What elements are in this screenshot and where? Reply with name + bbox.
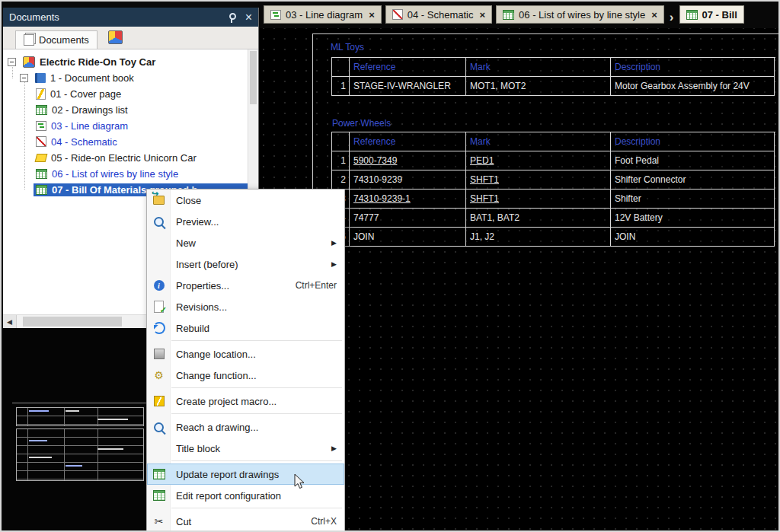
mark-link[interactable]: SHFT1 [466,170,611,190]
row-number: 1 [332,151,350,170]
book-icon [35,73,46,83]
documents-panel-tab[interactable]: Documents [15,30,98,49]
preview-text-bar [29,440,47,441]
tab-overflow-chevron-icon[interactable]: › [670,11,674,24]
reference-cell: 74777 [350,209,466,228]
tab-close-icon[interactable]: × [479,10,485,20]
report-table-icon [153,469,165,479]
collapse-icon[interactable] [8,58,16,66]
scrollbar-thumb[interactable] [23,317,122,327]
cover-page-icon [36,88,46,100]
menu-shortcut: Ctrl+Enter [296,280,337,291]
color-cube-icon[interactable] [108,30,123,44]
report-table-icon [36,169,47,179]
panel-close-icon[interactable]: × [245,11,252,24]
description-cell: Shifter [611,190,775,209]
menu-item-label: Rebuild [176,323,337,334]
preview-text-bar [98,448,123,450]
tree-item-line-diagram[interactable]: 03 - Line diagram [34,118,130,133]
description-cell: Foot Pedal [611,151,775,170]
macro-icon [154,396,165,406]
project-icon [23,56,35,68]
menu-item-edit-report-configuration[interactable]: Edit report configuration [147,485,344,506]
menu-item-label: Preview... [176,216,337,228]
menu-item-label: Insert (before) [176,259,331,270]
tab-line-diagram[interactable]: 03 - Line diagram × [264,5,382,24]
tree-label: Electric Ride-On Toy Car [40,56,155,68]
tab-list-of-wires[interactable]: 06 - List of wires by line style × [496,5,664,24]
panel-titlebar[interactable]: Documents × [3,8,258,27]
pin-icon[interactable] [227,13,236,22]
row-number: 2 [332,170,350,190]
reference-link[interactable]: 5900-7349 [350,151,466,170]
reference-cell: JOIN [350,228,466,247]
scroll-left-icon[interactable]: ◀ [3,315,17,328]
mark-cell: MOT1, MOT2 [466,77,611,96]
menu-item-create-project-macro[interactable]: Create project macro... [147,390,344,412]
preview-text-bar [29,410,49,412]
tab-label: 06 - List of wires by line style [519,9,645,21]
tab-label: 03 - Line diagram [286,9,363,21]
menu-item-update-report-drawings[interactable]: Update report drawings [147,464,344,485]
rebuild-icon [153,322,165,334]
menu-item-label: Change function... [176,370,337,381]
menu-item-new[interactable]: New ▶ [147,232,344,253]
panel-tabstrip: Documents [3,27,258,49]
menu-item-title-block[interactable]: Title block ▶ [147,438,344,459]
bom-table-ml-toys: Reference Mark Description 1 STAGE-IV-WR… [331,57,775,96]
menu-item-preview[interactable]: Preview... [147,211,344,232]
schematic-icon [392,9,403,20]
reference-link[interactable]: 74310-9239-1 [350,190,466,209]
menu-item-label: Create project macro... [176,396,337,407]
menu-item-rebuild[interactable]: Rebuild [147,317,344,339]
menu-item-insert-before[interactable]: Insert (before) ▶ [147,253,344,275]
menu-item-properties[interactable]: i Properties... Ctrl+Enter [147,275,344,296]
tab-label: 07 - Bill [702,9,737,21]
tree-item-list-of-wires[interactable]: 06 - List of wires by line style [34,166,181,181]
tree-label: 05 - Ride-on Electric Unicorn Car [51,152,197,164]
report-table-icon [36,105,47,115]
tab-close-icon[interactable]: × [369,10,375,20]
tab-bill-of-materials[interactable]: 07 - Bill [679,5,744,24]
tree-label: 06 - List of wires by line style [52,168,178,180]
submenu-arrow-icon: ▶ [331,239,337,247]
menu-item-label: New [176,237,331,249]
menu-item-close[interactable]: ↪ Close [147,190,344,211]
mouse-cursor [293,473,307,490]
report-table-icon [36,185,47,195]
reference-cell: 74310-9239 [350,170,466,190]
report-table-icon [503,10,514,20]
tree-item-document-book[interactable]: 1 - Document book [20,70,136,85]
documents-tab-label: Documents [39,34,89,46]
tab-close-icon[interactable]: × [651,10,657,20]
section-title-power-wheels: Power Wheels [332,118,391,129]
tree-item-unicorn-car[interactable]: 05 - Ride-on Electric Unicorn Car [34,150,199,165]
documents-icon [24,34,34,46]
tree-label: 03 - Line diagram [51,120,128,132]
tree-root-project[interactable]: Electric Ride-On Toy Car [8,54,158,69]
panel-title: Documents [9,11,59,23]
menu-item-revisions[interactable]: ✓ Revisions... [147,296,344,317]
tab-schematic[interactable]: 04 - Schematic × [385,5,492,24]
section-title-ml-toys: ML Toys [331,42,364,53]
mark-link[interactable]: PED1 [466,151,611,170]
collapse-icon[interactable] [20,74,28,82]
tree-item-cover-page[interactable]: 01 - Cover page [34,86,123,101]
scrollbar-thumb[interactable] [250,51,257,104]
document-tabbar: 03 - Line diagram × 04 - Schematic × 06 … [258,2,778,28]
menu-item-reach-a-drawing[interactable]: Reach a drawing... [147,416,344,438]
menu-item-cut[interactable]: ✂ Cut Ctrl+X [147,511,344,532]
mark-link[interactable]: SHFT1 [466,190,611,209]
function-icon [35,154,48,162]
submenu-arrow-icon: ▶ [331,260,337,268]
menu-item-change-function[interactable]: ⚙ Change function... [147,365,344,386]
preview-text-bar [29,457,52,458]
menu-item-label: Edit report configuration [176,490,337,502]
mark-cell: J1, J2 [466,228,611,247]
tree-label: 04 - Schematic [51,136,117,148]
tree-item-schematic[interactable]: 04 - Schematic [34,134,120,149]
tree-item-drawings-list[interactable]: 02 - Drawings list [34,102,130,117]
menu-item-change-location[interactable]: Change location... [147,343,344,365]
menu-item-label: Close [176,195,337,206]
app-window: 03 - Line diagram × 04 - Schematic × 06 … [0,0,780,532]
